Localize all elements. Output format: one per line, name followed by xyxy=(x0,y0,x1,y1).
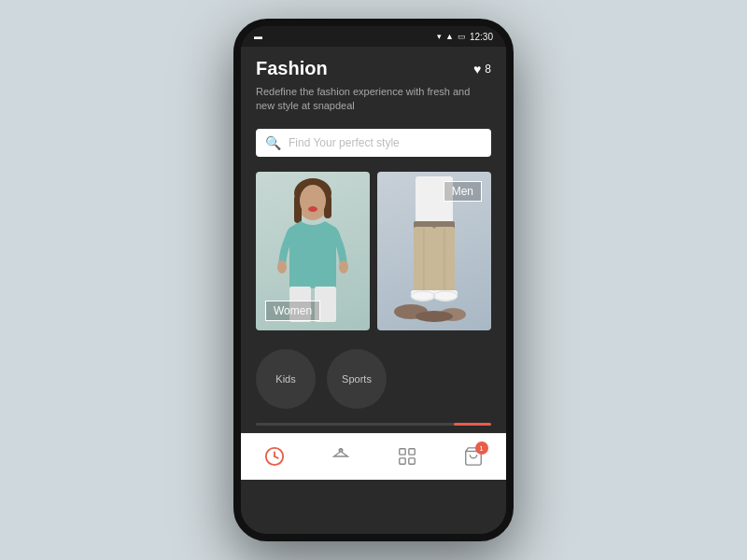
cart-badge: 1 xyxy=(475,441,488,455)
svg-rect-30 xyxy=(408,449,414,455)
nav-item-fashion[interactable] xyxy=(322,438,359,475)
category-card-women[interactable]: Women xyxy=(256,172,370,330)
heart-badge[interactable]: ♥ 8 xyxy=(473,62,491,77)
svg-rect-31 xyxy=(399,458,404,464)
men-label: Men xyxy=(444,181,482,202)
hanger-icon xyxy=(331,446,351,467)
svg-point-6 xyxy=(277,260,287,273)
bottom-nav: 1 xyxy=(241,433,506,480)
search-box[interactable]: 🔍 Find Your perfect style xyxy=(256,129,491,157)
svg-line-27 xyxy=(275,456,278,458)
nav-item-recent[interactable] xyxy=(256,438,293,475)
battery-icon: ▭ xyxy=(458,32,466,41)
slider-track xyxy=(256,423,491,426)
women-label: Women xyxy=(265,301,320,321)
status-time: 12:30 xyxy=(470,32,493,42)
signal-icon: ▲ xyxy=(445,32,454,41)
heart-count: 8 xyxy=(485,63,491,76)
grid-icon xyxy=(397,446,417,467)
sports-circle-button[interactable]: Sports xyxy=(327,349,387,409)
wifi-icon: ▾ xyxy=(437,32,442,41)
svg-rect-32 xyxy=(408,458,414,464)
search-placeholder: Find Your perfect style xyxy=(289,136,482,149)
svg-point-7 xyxy=(339,260,348,273)
nav-item-cart[interactable]: 1 xyxy=(455,438,492,475)
category-card-men[interactable]: Men xyxy=(377,172,491,330)
svg-point-5 xyxy=(308,206,317,212)
header: Fashion ♥ 8 Redefine the fashion experie… xyxy=(241,47,506,121)
app-title: Fashion xyxy=(256,58,328,79)
kids-label: Kids xyxy=(275,373,295,385)
slider-fill xyxy=(454,423,491,426)
sports-label: Sports xyxy=(342,373,372,385)
circles-row: Kids Sports xyxy=(241,338,506,416)
kids-circle-button[interactable]: Kids xyxy=(256,349,316,409)
screen: Fashion ♥ 8 Redefine the fashion experie… xyxy=(241,47,506,534)
status-right: ▾ ▲ ▭ 12:30 xyxy=(437,32,493,42)
svg-point-24 xyxy=(416,311,453,322)
search-icon: 🔍 xyxy=(265,135,281,150)
header-top: Fashion ♥ 8 xyxy=(256,58,491,79)
nav-item-browse[interactable] xyxy=(388,438,426,475)
status-bar: ▬ ▾ ▲ ▭ 12:30 xyxy=(241,26,506,47)
category-grid: Women xyxy=(241,164,506,338)
phone-frame: ▬ ▾ ▲ ▭ 12:30 Fashion ♥ 8 Redefine the f… xyxy=(233,19,514,541)
search-container: 🔍 Find Your perfect style xyxy=(241,121,506,164)
notification-icon: ▬ xyxy=(254,32,262,41)
subtitle-text: Redefine the fashion experience with fre… xyxy=(256,85,491,114)
clock-icon xyxy=(264,446,285,467)
heart-icon: ♥ xyxy=(473,62,481,77)
svg-rect-29 xyxy=(399,449,404,455)
slider-bar xyxy=(241,416,506,433)
status-left: ▬ xyxy=(254,32,262,41)
